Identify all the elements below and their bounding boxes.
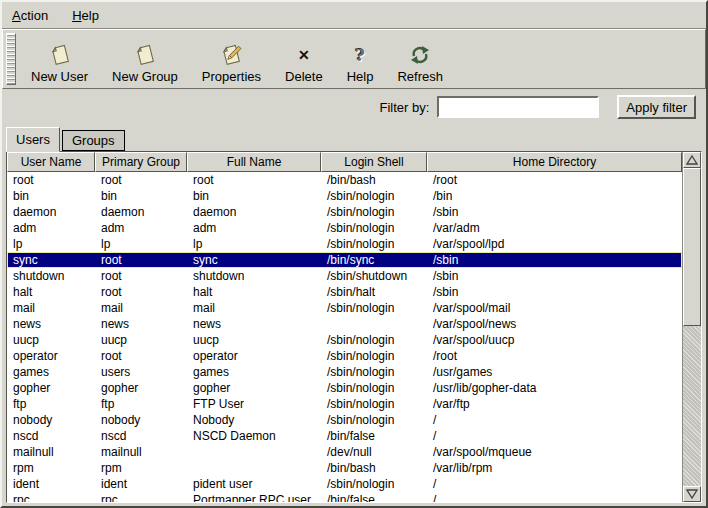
cell-full-name: lp: [187, 236, 321, 252]
arrow-up-icon: [686, 154, 698, 166]
table-row[interactable]: mailmailmail/sbin/nologin/var/spool/mail: [7, 300, 682, 316]
table-row[interactable]: mailnullmailnull/dev/null/var/spool/mque…: [7, 444, 682, 460]
column-header-home-directory[interactable]: Home Directory: [427, 152, 682, 172]
table-row[interactable]: binbinbin/sbin/nologin/bin: [7, 188, 682, 204]
cell-login-shell: /sbin/nologin: [321, 188, 427, 204]
cell-login-shell: /sbin/nologin: [321, 220, 427, 236]
menu-item-help[interactable]: Help: [72, 8, 99, 23]
cell-login-shell: /sbin/nologin: [321, 396, 427, 412]
toolbar-buttons: New UserNew GroupProperties✕Delete?HelpR…: [24, 32, 450, 86]
column-header-full-name[interactable]: Full Name: [187, 152, 321, 172]
cell-home-directory: /var/adm: [427, 220, 682, 236]
cell-user-name: mail: [7, 300, 95, 316]
refresh-button[interactable]: Refresh: [390, 32, 450, 86]
properties-icon: [218, 42, 244, 68]
cell-login-shell: /bin/bash: [321, 460, 427, 476]
table-row[interactable]: admadmadm/sbin/nologin/var/adm: [7, 220, 682, 236]
toolbar-button-label: New User: [31, 69, 88, 84]
toolbar-grip-handle[interactable]: [6, 33, 16, 85]
help-icon: ?: [347, 42, 373, 68]
filter-input[interactable]: [437, 96, 599, 118]
table-columns-area: User NamePrimary GroupFull NameLogin She…: [7, 152, 682, 502]
table-row[interactable]: gophergophergopher/sbin/nologin/usr/lib/…: [7, 380, 682, 396]
cell-primary-group: mail: [95, 300, 187, 316]
column-header-login-shell[interactable]: Login Shell: [321, 152, 427, 172]
table-row[interactable]: ftpftpFTP User/sbin/nologin/var/ftp: [7, 396, 682, 412]
scrollbar-track[interactable]: [683, 326, 701, 486]
scrollbar-down-button[interactable]: [683, 486, 701, 502]
toolbar-button-label: Help: [347, 69, 374, 84]
new-user-button[interactable]: New User: [24, 32, 95, 86]
cell-full-name: adm: [187, 220, 321, 236]
arrow-down-icon: [686, 488, 698, 500]
toolbar-button-label: Refresh: [397, 69, 443, 84]
cell-primary-group: nscd: [95, 428, 187, 444]
table-row[interactable]: rootrootroot/bin/bash/root: [7, 172, 682, 188]
scrollbar-up-button[interactable]: [683, 152, 701, 168]
table-row[interactable]: uucpuucpuucp/sbin/nologin/var/spool/uucp: [7, 332, 682, 348]
cell-login-shell: /sbin/nologin: [321, 364, 427, 380]
column-header-primary-group[interactable]: Primary Group: [95, 152, 187, 172]
cell-primary-group: uucp: [95, 332, 187, 348]
table-row[interactable]: rpcrpcPortmapper RPC user/bin/false/: [7, 492, 682, 502]
cell-full-name: pident user: [187, 476, 321, 492]
cell-primary-group: root: [95, 268, 187, 284]
cell-home-directory: /: [427, 428, 682, 444]
cell-user-name: news: [7, 316, 95, 332]
cell-user-name: shutdown: [7, 268, 95, 284]
table-row[interactable]: syncrootsync/bin/sync/sbin: [7, 252, 682, 268]
cell-user-name: root: [7, 172, 95, 188]
cell-home-directory: /var/spool/news: [427, 316, 682, 332]
cell-home-directory: /var/spool/lpd: [427, 236, 682, 252]
cell-full-name: daemon: [187, 204, 321, 220]
filter-row: Filter by: Apply filter: [2, 89, 706, 125]
cell-user-name: ident: [7, 476, 95, 492]
cell-full-name: sync: [187, 252, 321, 268]
table-header: User NamePrimary GroupFull NameLogin She…: [7, 152, 682, 172]
cell-login-shell: /sbin/nologin: [321, 476, 427, 492]
properties-button[interactable]: Properties: [195, 32, 268, 86]
cell-home-directory: /: [427, 492, 682, 502]
toolbar-button-label: Delete: [285, 69, 323, 84]
apply-filter-button[interactable]: Apply filter: [617, 95, 696, 119]
cell-primary-group: adm: [95, 220, 187, 236]
table-body: rootrootroot/bin/bash/rootbinbinbin/sbin…: [7, 172, 682, 502]
new-group-button[interactable]: New Group: [105, 32, 185, 86]
delete-button[interactable]: ✕Delete: [278, 32, 330, 86]
cell-full-name: mail: [187, 300, 321, 316]
menu-bar: ActionHelp: [2, 2, 706, 29]
cell-full-name: shutdown: [187, 268, 321, 284]
cell-home-directory: /: [427, 412, 682, 428]
cell-primary-group: news: [95, 316, 187, 332]
vertical-scrollbar[interactable]: [682, 152, 701, 502]
users-table: User NamePrimary GroupFull NameLogin She…: [6, 151, 702, 503]
table-row[interactable]: haltroothalt/sbin/halt/sbin: [7, 284, 682, 300]
table-row[interactable]: identidentpident user/sbin/nologin/: [7, 476, 682, 492]
toolbar-button-label: New Group: [112, 69, 178, 84]
cell-home-directory: /var/spool/mail: [427, 300, 682, 316]
tab-groups[interactable]: Groups: [62, 130, 125, 151]
table-row[interactable]: gamesusersgames/sbin/nologin/usr/games: [7, 364, 682, 380]
cell-full-name: Nobody: [187, 412, 321, 428]
cell-user-name: games: [7, 364, 95, 380]
table-row[interactable]: nscdnscdNSCD Daemon/bin/false/: [7, 428, 682, 444]
help-button[interactable]: ?Help: [340, 32, 381, 86]
table-row[interactable]: rpmrpm/bin/bash/var/lib/rpm: [7, 460, 682, 476]
cell-user-name: daemon: [7, 204, 95, 220]
cell-user-name: sync: [7, 252, 95, 268]
table-row[interactable]: lplplp/sbin/nologin/var/spool/lpd: [7, 236, 682, 252]
menu-item-action[interactable]: Action: [12, 8, 48, 23]
new-group-icon: [132, 42, 158, 68]
tab-bar: UsersGroups: [2, 125, 706, 151]
table-row[interactable]: daemondaemondaemon/sbin/nologin/sbin: [7, 204, 682, 220]
table-row[interactable]: nobodynobodyNobody/sbin/nologin/: [7, 412, 682, 428]
table-row[interactable]: newsnewsnews/var/spool/news: [7, 316, 682, 332]
table-row[interactable]: shutdownrootshutdown/sbin/shutdown/sbin: [7, 268, 682, 284]
cell-login-shell: /bin/sync: [321, 252, 427, 268]
cell-user-name: adm: [7, 220, 95, 236]
column-header-user-name[interactable]: User Name: [7, 152, 95, 172]
table-row[interactable]: operatorrootoperator/sbin/nologin/root: [7, 348, 682, 364]
delete-icon: ✕: [291, 42, 317, 68]
tab-users[interactable]: Users: [6, 127, 60, 152]
scrollbar-thumb[interactable]: [683, 168, 701, 326]
